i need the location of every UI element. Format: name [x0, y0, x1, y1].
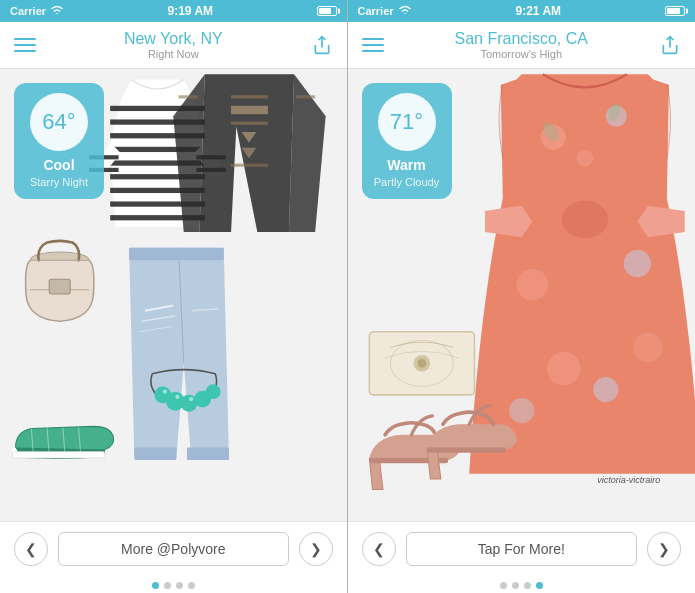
svg-point-40 — [163, 390, 167, 394]
battery-right — [665, 6, 685, 16]
dots-left — [0, 576, 347, 593]
weather-sublabel-right: Partly Cloudy — [370, 176, 444, 189]
battery-left — [317, 6, 337, 16]
svg-rect-5 — [12, 452, 105, 458]
svg-rect-26 — [296, 95, 315, 98]
weather-label-left: Cool — [22, 157, 96, 174]
dot-4-left — [188, 582, 195, 589]
svg-rect-33 — [134, 447, 176, 460]
svg-rect-25 — [179, 95, 198, 98]
dot-1-left — [152, 582, 159, 589]
bottom-bar-right: ❮ Tap For More! ❯ — [348, 521, 696, 576]
temp-right: 71° — [390, 109, 423, 135]
header-left: New York, NY Right Now — [0, 22, 347, 69]
svg-point-51 — [593, 377, 618, 402]
dot-4-right — [536, 582, 543, 589]
phone-right: Carrier 9:21 AM San Francisco, CA Tomorr… — [348, 0, 696, 593]
svg-rect-19 — [231, 95, 268, 98]
dot-3-left — [176, 582, 183, 589]
weather-label-right: Warm — [370, 157, 444, 174]
status-bar-right: Carrier 9:21 AM — [348, 0, 696, 22]
svg-rect-21 — [231, 122, 268, 125]
weather-sublabel-left: Starry Night — [22, 176, 96, 189]
svg-point-53 — [509, 398, 534, 423]
svg-rect-63 — [427, 447, 506, 452]
svg-point-52 — [633, 333, 662, 362]
time-left: 9:19 AM — [168, 4, 214, 18]
svg-point-41 — [175, 395, 179, 399]
weather-card-left: 64° Cool Starry Night — [14, 83, 104, 199]
svg-point-61 — [417, 359, 425, 367]
watermark-right: victoria-victrairo — [597, 475, 660, 485]
svg-rect-34 — [187, 447, 229, 460]
dot-3-right — [524, 582, 531, 589]
main-content-right: 71° Warm Partly Cloudy — [348, 69, 696, 521]
svg-point-49 — [623, 250, 650, 277]
prev-button-right[interactable]: ❮ — [362, 532, 396, 566]
svg-point-48 — [516, 269, 548, 301]
next-button-left[interactable]: ❯ — [299, 532, 333, 566]
svg-point-42 — [189, 397, 193, 401]
more-button-left[interactable]: More @Polyvore — [58, 532, 289, 566]
bottom-bar-left: ❮ More @Polyvore ❯ — [0, 521, 347, 576]
svg-rect-4 — [49, 279, 70, 294]
carrier-left: Carrier — [10, 5, 46, 17]
phone-left: Carrier 9:19 AM New York, NY Right Now — [0, 0, 348, 593]
svg-rect-32 — [129, 248, 224, 261]
share-button-right[interactable] — [659, 34, 681, 56]
svg-point-44 — [561, 200, 607, 238]
subtitle-right: Tomorrow's High — [455, 48, 588, 60]
carrier-right: Carrier — [358, 5, 394, 17]
menu-button-right[interactable] — [362, 38, 384, 52]
more-button-right[interactable]: Tap For More! — [406, 532, 638, 566]
weather-card-right: 71° Warm Partly Cloudy — [362, 83, 452, 199]
svg-point-47 — [576, 150, 593, 167]
wifi-right — [398, 5, 412, 17]
dot-2-left — [164, 582, 171, 589]
dots-right — [348, 576, 696, 593]
city-left: New York, NY — [124, 30, 223, 48]
svg-point-50 — [546, 352, 580, 386]
menu-button-left[interactable] — [14, 38, 36, 52]
dot-1-right — [500, 582, 507, 589]
dot-2-right — [512, 582, 519, 589]
svg-rect-24 — [231, 164, 268, 167]
temp-circle-left: 64° — [30, 93, 88, 151]
main-content-left: 64° Cool Starry Night — [0, 69, 347, 521]
header-right: San Francisco, CA Tomorrow's High — [348, 22, 696, 69]
svg-point-39 — [206, 384, 221, 399]
temp-circle-right: 71° — [378, 93, 436, 151]
status-bar-left: Carrier 9:19 AM — [0, 0, 347, 22]
share-button-left[interactable] — [311, 34, 333, 56]
wifi-left — [50, 5, 64, 17]
temp-left: 64° — [42, 109, 75, 135]
prev-button-left[interactable]: ❮ — [14, 532, 48, 566]
next-button-right[interactable]: ❯ — [647, 532, 681, 566]
time-right: 9:21 AM — [516, 4, 562, 18]
svg-rect-20 — [231, 106, 268, 114]
subtitle-left: Right Now — [124, 48, 223, 60]
city-right: San Francisco, CA — [455, 30, 588, 48]
